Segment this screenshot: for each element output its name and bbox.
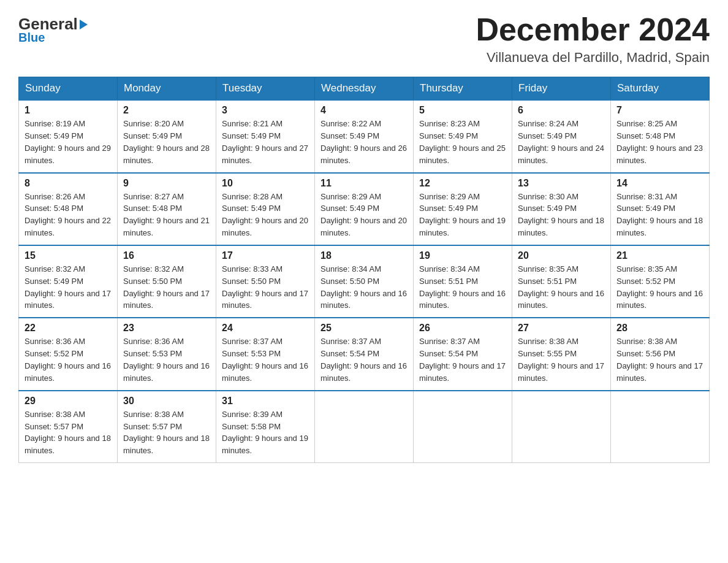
day-info: Sunrise: 8:38 AMSunset: 5:57 PMDaylight:…: [25, 410, 111, 456]
day-info: Sunrise: 8:37 AMSunset: 5:53 PMDaylight:…: [222, 337, 308, 383]
calendar-cell: 8 Sunrise: 8:26 AMSunset: 5:48 PMDayligh…: [19, 173, 118, 245]
calendar-cell: 29 Sunrise: 8:38 AMSunset: 5:57 PMDaylig…: [19, 391, 118, 463]
day-number: 15: [25, 250, 112, 261]
day-info: Sunrise: 8:32 AMSunset: 5:50 PMDaylight:…: [123, 264, 210, 310]
day-info: Sunrise: 8:30 AMSunset: 5:49 PMDaylight:…: [518, 192, 604, 238]
calendar-cell: 31 Sunrise: 8:39 AMSunset: 5:58 PMDaylig…: [216, 391, 315, 463]
day-number: 25: [320, 323, 408, 334]
day-number: 7: [616, 105, 703, 116]
day-number: 4: [320, 105, 408, 116]
day-info: Sunrise: 8:24 AMSunset: 5:49 PMDaylight:…: [518, 119, 604, 165]
day-number: 5: [419, 105, 506, 116]
day-number: 27: [518, 323, 605, 334]
day-number: 10: [222, 178, 309, 189]
day-number: 18: [320, 250, 408, 261]
day-number: 28: [616, 323, 703, 334]
calendar-cell: 17 Sunrise: 8:33 AMSunset: 5:50 PMDaylig…: [216, 245, 315, 318]
weekday-header-friday: Friday: [512, 77, 611, 101]
day-info: Sunrise: 8:25 AMSunset: 5:48 PMDaylight:…: [616, 119, 703, 165]
day-number: 26: [419, 323, 506, 334]
calendar-cell: 21 Sunrise: 8:35 AMSunset: 5:52 PMDaylig…: [611, 245, 710, 318]
weekday-header-thursday: Thursday: [414, 77, 512, 101]
calendar-cell: 13 Sunrise: 8:30 AMSunset: 5:49 PMDaylig…: [512, 173, 611, 245]
calendar-cell: 14 Sunrise: 8:31 AMSunset: 5:49 PMDaylig…: [611, 173, 710, 245]
day-info: Sunrise: 8:37 AMSunset: 5:54 PMDaylight:…: [320, 337, 407, 383]
calendar-cell: 11 Sunrise: 8:29 AMSunset: 5:49 PMDaylig…: [315, 173, 414, 245]
day-info: Sunrise: 8:31 AMSunset: 5:49 PMDaylight:…: [616, 192, 703, 238]
logo-triangle-icon: [80, 20, 88, 29]
calendar-cell: [315, 391, 414, 463]
calendar-cell: 7 Sunrise: 8:25 AMSunset: 5:48 PMDayligh…: [611, 100, 710, 172]
day-info: Sunrise: 8:35 AMSunset: 5:52 PMDaylight:…: [616, 264, 703, 310]
day-info: Sunrise: 8:29 AMSunset: 5:49 PMDaylight:…: [320, 192, 407, 238]
weekday-header-saturday: Saturday: [611, 77, 710, 101]
calendar-cell: 22 Sunrise: 8:36 AMSunset: 5:52 PMDaylig…: [19, 318, 118, 390]
day-info: Sunrise: 8:38 AMSunset: 5:55 PMDaylight:…: [518, 337, 604, 383]
day-info: Sunrise: 8:19 AMSunset: 5:49 PMDaylight:…: [25, 119, 111, 165]
calendar-cell: [512, 391, 611, 463]
week-row-4: 22 Sunrise: 8:36 AMSunset: 5:52 PMDaylig…: [19, 318, 710, 390]
day-info: Sunrise: 8:23 AMSunset: 5:49 PMDaylight:…: [419, 119, 506, 165]
calendar-cell: 4 Sunrise: 8:22 AMSunset: 5:49 PMDayligh…: [315, 100, 414, 172]
day-info: Sunrise: 8:21 AMSunset: 5:49 PMDaylight:…: [222, 119, 308, 165]
week-row-5: 29 Sunrise: 8:38 AMSunset: 5:57 PMDaylig…: [19, 391, 710, 463]
calendar-cell: 28 Sunrise: 8:38 AMSunset: 5:56 PMDaylig…: [611, 318, 710, 390]
day-number: 3: [222, 105, 309, 116]
calendar-cell: 15 Sunrise: 8:32 AMSunset: 5:49 PMDaylig…: [19, 245, 118, 318]
day-number: 13: [518, 178, 605, 189]
day-number: 31: [222, 396, 309, 407]
day-info: Sunrise: 8:20 AMSunset: 5:49 PMDaylight:…: [123, 119, 210, 165]
day-info: Sunrise: 8:26 AMSunset: 5:48 PMDaylight:…: [25, 192, 111, 238]
calendar-cell: 6 Sunrise: 8:24 AMSunset: 5:49 PMDayligh…: [512, 100, 611, 172]
weekday-header-sunday: Sunday: [19, 77, 118, 101]
calendar-cell: 30 Sunrise: 8:38 AMSunset: 5:57 PMDaylig…: [118, 391, 216, 463]
day-number: 2: [123, 105, 210, 116]
weekday-header-monday: Monday: [118, 77, 216, 101]
location-text: Villanueva del Pardillo, Madrid, Spain: [476, 50, 710, 66]
day-number: 19: [419, 250, 506, 261]
calendar-cell: 20 Sunrise: 8:35 AMSunset: 5:51 PMDaylig…: [512, 245, 611, 318]
calendar-cell: 2 Sunrise: 8:20 AMSunset: 5:49 PMDayligh…: [118, 100, 216, 172]
day-info: Sunrise: 8:36 AMSunset: 5:52 PMDaylight:…: [25, 337, 111, 383]
day-number: 1: [25, 105, 112, 116]
day-number: 20: [518, 250, 605, 261]
day-info: Sunrise: 8:32 AMSunset: 5:49 PMDaylight:…: [25, 264, 111, 310]
day-number: 23: [123, 323, 210, 334]
day-number: 9: [123, 178, 210, 189]
calendar-cell: 26 Sunrise: 8:37 AMSunset: 5:54 PMDaylig…: [414, 318, 512, 390]
logo: General Blue: [18, 12, 88, 45]
day-number: 6: [518, 105, 605, 116]
day-info: Sunrise: 8:29 AMSunset: 5:49 PMDaylight:…: [419, 192, 506, 238]
title-block: December 2024 Villanueva del Pardillo, M…: [476, 12, 710, 66]
day-number: 24: [222, 323, 309, 334]
calendar-cell: 25 Sunrise: 8:37 AMSunset: 5:54 PMDaylig…: [315, 318, 414, 390]
calendar-cell: [611, 391, 710, 463]
day-number: 12: [419, 178, 506, 189]
weekday-header-row: SundayMondayTuesdayWednesdayThursdayFrid…: [19, 77, 710, 101]
calendar-cell: 18 Sunrise: 8:34 AMSunset: 5:50 PMDaylig…: [315, 245, 414, 318]
calendar-table: SundayMondayTuesdayWednesdayThursdayFrid…: [18, 77, 710, 463]
day-info: Sunrise: 8:27 AMSunset: 5:48 PMDaylight:…: [123, 192, 210, 238]
calendar-cell: 27 Sunrise: 8:38 AMSunset: 5:55 PMDaylig…: [512, 318, 611, 390]
day-number: 17: [222, 250, 309, 261]
day-info: Sunrise: 8:36 AMSunset: 5:53 PMDaylight:…: [123, 337, 210, 383]
page-header: General Blue December 2024 Villanueva de…: [18, 12, 710, 66]
logo-blue-text: Blue: [18, 31, 45, 45]
week-row-2: 8 Sunrise: 8:26 AMSunset: 5:48 PMDayligh…: [19, 173, 710, 245]
day-number: 22: [25, 323, 112, 334]
calendar-cell: 3 Sunrise: 8:21 AMSunset: 5:49 PMDayligh…: [216, 100, 315, 172]
day-info: Sunrise: 8:38 AMSunset: 5:56 PMDaylight:…: [616, 337, 703, 383]
calendar-cell: 23 Sunrise: 8:36 AMSunset: 5:53 PMDaylig…: [118, 318, 216, 390]
day-info: Sunrise: 8:33 AMSunset: 5:50 PMDaylight:…: [222, 264, 308, 310]
calendar-cell: 19 Sunrise: 8:34 AMSunset: 5:51 PMDaylig…: [414, 245, 512, 318]
day-info: Sunrise: 8:34 AMSunset: 5:51 PMDaylight:…: [419, 264, 506, 310]
day-info: Sunrise: 8:28 AMSunset: 5:49 PMDaylight:…: [222, 192, 308, 238]
day-number: 21: [616, 250, 703, 261]
day-info: Sunrise: 8:39 AMSunset: 5:58 PMDaylight:…: [222, 410, 308, 456]
calendar-cell: 9 Sunrise: 8:27 AMSunset: 5:48 PMDayligh…: [118, 173, 216, 245]
calendar-cell: [414, 391, 512, 463]
calendar-cell: 1 Sunrise: 8:19 AMSunset: 5:49 PMDayligh…: [19, 100, 118, 172]
day-number: 14: [616, 178, 703, 189]
weekday-header-wednesday: Wednesday: [315, 77, 414, 101]
day-number: 8: [25, 178, 112, 189]
